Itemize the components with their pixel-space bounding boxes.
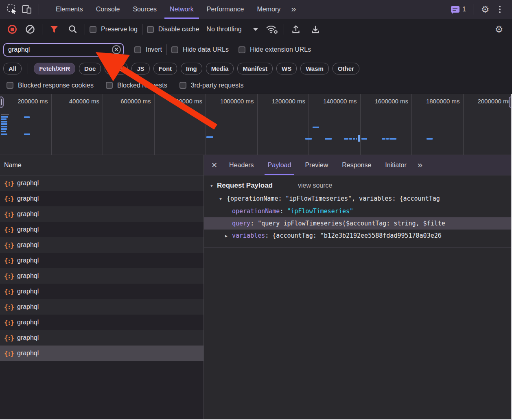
property-colon: : bbox=[250, 220, 258, 227]
panel-tab[interactable]: Sources bbox=[126, 0, 163, 19]
hide-data-urls-control: Hide data URLs bbox=[171, 46, 229, 53]
timeline-column: 1800000 ms bbox=[412, 94, 464, 155]
payload-property-row[interactable]: query : "query ipFlowTimeseries($account… bbox=[204, 217, 512, 230]
gear-icon: ⚙ bbox=[495, 25, 503, 34]
disable-cache-control: Disable cache bbox=[147, 26, 199, 33]
request-details-tabbar: ✕ Headers Payload Preview Response bbox=[203, 155, 512, 175]
blocked-response-cookies-checkbox[interactable] bbox=[7, 82, 13, 89]
filter-input[interactable] bbox=[3, 43, 124, 57]
property-value: "query ipFlowTimeseries($accountTag: str… bbox=[258, 220, 445, 227]
inspect-element-button[interactable] bbox=[5, 2, 20, 17]
request-row[interactable]: {:} graphql bbox=[0, 237, 203, 253]
panel-tab[interactable]: Network bbox=[163, 0, 200, 19]
request-name: graphql bbox=[17, 350, 39, 357]
more-details-tabs-chevron-icon[interactable]: » bbox=[414, 160, 426, 171]
clear-network-log-button[interactable] bbox=[23, 22, 37, 37]
network-settings-button[interactable]: ⚙ bbox=[492, 22, 506, 37]
request-row[interactable]: {:} graphql bbox=[0, 206, 203, 222]
request-type-chip[interactable]: JS bbox=[131, 63, 149, 74]
collapse-triangle-icon[interactable]: ▼ bbox=[210, 184, 217, 188]
hide-extension-urls-checkbox[interactable] bbox=[238, 46, 245, 53]
request-waterfall-bar bbox=[361, 138, 367, 140]
request-type-chip[interactable]: WS bbox=[276, 63, 297, 74]
request-type-chip[interactable]: Manifest bbox=[237, 63, 273, 74]
device-toolbar-button[interactable] bbox=[20, 2, 34, 17]
request-row[interactable]: {:} graphql bbox=[0, 191, 203, 206]
request-name: graphql bbox=[17, 303, 39, 311]
request-type-chip[interactable]: Media bbox=[206, 63, 234, 74]
panel-tab[interactable]: Memory bbox=[250, 0, 287, 19]
request-name: graphql bbox=[17, 179, 39, 187]
import-har-button[interactable] bbox=[289, 22, 303, 37]
request-type-chip[interactable]: Wasm bbox=[300, 63, 329, 74]
details-tab[interactable]: Response bbox=[335, 155, 378, 175]
third-party-requests-label: 3rd-party requests bbox=[191, 82, 244, 89]
payload-property-row[interactable]: ▶ variables : {accountTag: "b12e3b2192ee… bbox=[204, 230, 512, 242]
request-row[interactable]: {:} graphql bbox=[0, 284, 203, 299]
hide-extension-urls-label: Hide extension URLs bbox=[250, 46, 311, 53]
third-party-requests-checkbox[interactable] bbox=[179, 82, 186, 89]
search-button[interactable] bbox=[66, 22, 80, 37]
clear-filter-icon[interactable]: ✕ bbox=[112, 45, 121, 54]
request-type-chip[interactable]: Img bbox=[181, 63, 202, 74]
preserve-log-checkbox[interactable] bbox=[90, 26, 96, 33]
expand-triangle-icon[interactable]: ▶ bbox=[225, 234, 232, 238]
request-row[interactable]: {:} graphql bbox=[0, 330, 203, 346]
issues-count: 1 bbox=[462, 6, 466, 13]
download-icon bbox=[311, 24, 320, 34]
record-network-log-button[interactable] bbox=[5, 22, 20, 37]
panel-tab[interactable]: Elements bbox=[49, 0, 90, 19]
network-overview-timeline[interactable]: 200000 ms 400000 ms 600000 ms 800000 ms … bbox=[0, 94, 512, 155]
request-type-chip[interactable]: Font bbox=[153, 63, 177, 74]
request-row[interactable]: {:} graphql bbox=[0, 346, 203, 361]
name-column-header[interactable]: Name bbox=[0, 155, 203, 175]
device-toolbar-icon bbox=[22, 4, 32, 14]
request-row[interactable]: {:} graphql bbox=[0, 222, 203, 237]
invert-checkbox[interactable] bbox=[134, 46, 141, 53]
details-tab[interactable]: Preview bbox=[298, 155, 335, 175]
view-source-link[interactable]: view source bbox=[298, 182, 332, 189]
network-conditions-button[interactable] bbox=[265, 22, 279, 37]
hide-data-urls-checkbox[interactable] bbox=[171, 46, 178, 53]
request-payload-section-header[interactable]: ▼ Request Payload view source bbox=[204, 175, 512, 192]
request-type-chip[interactable]: All bbox=[3, 63, 22, 74]
issues-counter[interactable]: 1 bbox=[451, 6, 466, 13]
details-tab[interactable]: Initiator bbox=[378, 155, 413, 175]
request-type-chip[interactable]: Other bbox=[333, 63, 359, 74]
details-tab[interactable]: Headers bbox=[222, 155, 260, 175]
issues-bubble-icon bbox=[451, 6, 459, 13]
export-har-button[interactable] bbox=[308, 22, 323, 37]
payload-summary-row[interactable]: ▼ {operationName: "ipFlowTimeseries", va… bbox=[204, 192, 512, 205]
request-row[interactable]: {:} graphql bbox=[0, 253, 203, 268]
throttling-value: No throttling bbox=[206, 26, 241, 33]
more-panels-chevron-icon[interactable]: » bbox=[287, 4, 299, 15]
property-key: variables bbox=[232, 232, 265, 239]
panel-tab[interactable]: Performance bbox=[200, 0, 251, 19]
blocked-requests-label: Blocked requests bbox=[117, 82, 167, 89]
panel-tab[interactable]: Console bbox=[90, 0, 127, 19]
request-waterfall-bar bbox=[1, 123, 7, 125]
request-type-chip[interactable]: Doc bbox=[79, 63, 101, 74]
overview-left-handle[interactable] bbox=[0, 96, 4, 108]
request-type-chip[interactable]: Fetch/XHR bbox=[34, 63, 75, 74]
request-row[interactable]: {:} graphql bbox=[0, 299, 203, 315]
request-row[interactable]: {:} graphql bbox=[0, 268, 203, 284]
invert-label: Invert bbox=[146, 46, 162, 53]
close-details-icon[interactable]: ✕ bbox=[208, 161, 222, 170]
json-file-icon: {:} bbox=[4, 257, 13, 265]
request-type-chip[interactable]: CSS bbox=[105, 63, 128, 74]
main-menu-button[interactable] bbox=[492, 2, 507, 17]
blocked-requests-control: Blocked requests bbox=[106, 82, 167, 89]
blocked-requests-checkbox[interactable] bbox=[106, 82, 113, 89]
request-row[interactable]: {:} graphql bbox=[0, 315, 203, 330]
filter-toggle-button[interactable] bbox=[47, 22, 61, 37]
request-waterfall-bar bbox=[427, 138, 433, 140]
details-tab[interactable]: Payload bbox=[261, 155, 298, 175]
request-row[interactable]: {:} graphql bbox=[0, 175, 203, 191]
collapse-triangle-icon[interactable]: ▼ bbox=[219, 197, 227, 201]
settings-button[interactable]: ⚙ bbox=[478, 2, 492, 17]
throttling-dropdown[interactable]: No throttling bbox=[206, 26, 258, 33]
payload-property-row[interactable]: operationName : "ipFlowTimeseries" bbox=[204, 205, 512, 217]
disable-cache-checkbox[interactable] bbox=[147, 26, 154, 33]
request-name: graphql bbox=[17, 241, 39, 249]
